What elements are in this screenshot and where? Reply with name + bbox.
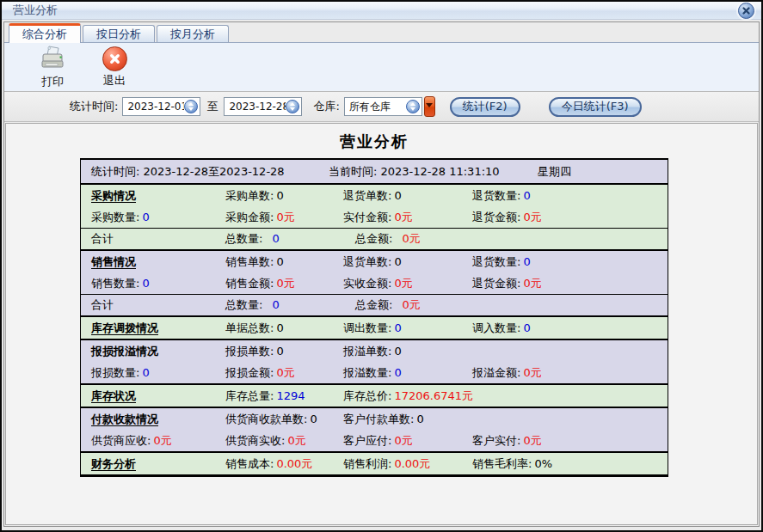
cell-label: 采购金额: xyxy=(225,211,274,223)
cell-label: 客户付款单数: xyxy=(343,413,414,425)
content-area: 营业分析 统计时间: 2023-12-28至2023-12-28当前时间: 20… xyxy=(5,123,758,525)
report-cell: 报损报溢情况 xyxy=(91,344,225,359)
report-cell: 单据总数:0 xyxy=(225,321,343,336)
report-row: 财务分析销售成本:0.00元销售利润:0.00元销售毛利率:0% xyxy=(81,453,668,474)
cell-label: 报损单数: xyxy=(225,345,274,358)
tab-comprehensive[interactable]: 综合分析 xyxy=(9,23,81,43)
chevron-down-icon xyxy=(426,103,433,107)
report-row: 供货商应收:0元供货商实收:0元客户应付:0元客户实付:0元 xyxy=(81,430,668,451)
section-heading: 销售情况 xyxy=(91,255,136,268)
tab-daily[interactable]: 按日分析 xyxy=(83,25,155,42)
warehouse-value: 所有仓库 xyxy=(349,100,406,114)
report-info-current-time: 当前时间: 2023-12-28 11:31:10 xyxy=(329,164,538,180)
date-to-spinner-icon[interactable] xyxy=(286,100,299,113)
report-row: 库存调拨情况单据总数:0调出数量:0调入数量:0 xyxy=(81,317,668,339)
section-payment-receipt: 付款收款情况供货商收款单数:0客户付款单数:0供货商应收:0元供货商实收:0元客… xyxy=(81,408,668,453)
report-cell: 实收金额:0元 xyxy=(343,276,472,291)
warehouse-select[interactable]: 所有仓库 xyxy=(344,97,422,116)
report-title: 营业分析 xyxy=(80,131,668,152)
report-row: 合计总数量:0总金额:0元 xyxy=(81,294,668,315)
report-cell: 退货数量:0 xyxy=(472,254,668,270)
report-cell: 报溢金额:0元 xyxy=(472,365,668,381)
cell-label: 报溢金额: xyxy=(472,366,520,379)
date-to-picker[interactable]: 2023-12-28 xyxy=(224,97,302,116)
report-cell: 报损数量:0 xyxy=(91,365,225,381)
cell-value: 0元 xyxy=(523,366,541,379)
report-cell: 库存总量:1294 xyxy=(225,388,343,404)
report-table: 统计时间: 2023-12-28至2023-12-28当前时间: 2023-12… xyxy=(80,158,668,477)
exit-button[interactable]: 退出 xyxy=(90,45,138,89)
cell-label: 客户实付: xyxy=(472,434,520,447)
printer-icon xyxy=(39,45,66,72)
report-cell: 采购情况 xyxy=(91,188,225,204)
warehouse-spinner-icon[interactable] xyxy=(406,100,420,113)
cell-label: 退货单数: xyxy=(343,255,391,268)
cell-value: 17206.6741元 xyxy=(394,389,473,402)
cell-label: 调入数量: xyxy=(472,321,520,334)
report-cell: 总数量:0 xyxy=(225,297,343,313)
cell-value: 0 xyxy=(276,189,283,202)
report-info-weekday: 星期四 xyxy=(538,164,668,180)
report-cell: 供货商收款单数:0 xyxy=(225,412,343,427)
cell-value: 0 xyxy=(523,255,530,268)
print-button[interactable]: 打印 xyxy=(28,45,77,89)
cell-value: 0元 xyxy=(523,277,541,290)
cell-label: 总数量: xyxy=(225,232,262,245)
report-cell: 报损金额:0元 xyxy=(225,365,343,381)
report-cell: 采购金额:0元 xyxy=(225,210,343,225)
tab-strip: 综合分析按日分析按月分析 xyxy=(4,22,759,42)
report-cell: 付款收款情况 xyxy=(91,412,225,427)
date-from-picker[interactable]: 2023-12-01 xyxy=(122,97,200,116)
report-cell: 退货金额:0元 xyxy=(472,210,668,225)
cell-label: 销售毛利率: xyxy=(472,457,532,470)
report-cell: 退货金额:0元 xyxy=(472,276,668,291)
report-cell: 报溢数量:0 xyxy=(343,365,472,381)
cell-label: 退货金额: xyxy=(472,211,520,223)
cell-label: 供货商实收: xyxy=(225,434,285,447)
cell-value: 0 xyxy=(276,321,283,334)
report-cell: 退货单数:0 xyxy=(343,254,472,270)
cell-label: 合计 xyxy=(91,232,114,245)
cell-value: 0 xyxy=(394,189,401,202)
date-from-spinner-icon[interactable] xyxy=(184,100,198,113)
report-cell: 合计 xyxy=(91,231,225,247)
close-button[interactable] xyxy=(738,3,754,19)
warehouse-label: 仓库: xyxy=(313,99,339,114)
statistics-button[interactable]: 统计(F2) xyxy=(450,97,520,117)
filter-bar: 统计时间: 2023-12-01 至 2023-12-28 仓库: 所有仓库 xyxy=(4,92,759,122)
report-cell: 销售毛利率:0% xyxy=(472,456,668,472)
cell-value: 0 xyxy=(394,255,401,268)
section-inventory-status: 库存状况库存总量:1294库存总价:17206.6741元 xyxy=(81,385,668,408)
cell-label: 总金额: xyxy=(355,298,392,311)
window-title: 营业分析 xyxy=(13,3,58,18)
report-cell: 采购单数:0 xyxy=(225,188,343,204)
section-sales: 销售情况销售单数:0退货单数:0退货数量:0销售数量:0销售金额:0元实收金额:… xyxy=(81,251,668,317)
cell-label: 销售成本: xyxy=(225,457,274,470)
cell-value: 0元 xyxy=(276,211,294,223)
tab-monthly[interactable]: 按月分析 xyxy=(157,25,229,42)
cell-label: 库存总量: xyxy=(225,389,274,402)
cell-label: 实收金额: xyxy=(343,277,391,290)
section-heading: 报损报溢情况 xyxy=(91,345,158,358)
report-cell: 销售金额:0元 xyxy=(225,276,343,291)
report-cell: 退货单数:0 xyxy=(343,188,472,204)
warehouse-dropdown-button[interactable] xyxy=(424,96,435,117)
cell-label: 采购数量: xyxy=(91,211,139,223)
report-cell: 采购数量:0 xyxy=(91,210,225,225)
section-stock-transfer: 库存调拨情况单据总数:0调出数量:0调入数量:0 xyxy=(81,317,668,340)
cell-label: 供货商收款单数: xyxy=(225,413,307,425)
cell-label: 报损数量: xyxy=(91,366,139,379)
report-info-period: 统计时间: 2023-12-28至2023-12-28 xyxy=(91,164,329,180)
report-info-section: 统计时间: 2023-12-28至2023-12-28当前时间: 2023-12… xyxy=(81,160,668,185)
cell-value: 0元 xyxy=(523,211,541,223)
cell-value: 0 xyxy=(272,232,279,245)
report-row: 报损报溢情况报损单数:0报溢单数:0 xyxy=(81,340,668,362)
today-statistics-button[interactable]: 今日统计(F3) xyxy=(549,97,642,117)
close-icon xyxy=(741,6,751,15)
report-cell: 财务分析 xyxy=(91,456,225,472)
cell-label: 调出数量: xyxy=(343,321,391,334)
main-frame: 综合分析按日分析按月分析 打印 xyxy=(3,21,760,527)
statistics-button-label: 统计(F2) xyxy=(463,99,508,114)
report-cell: 退货数量:0 xyxy=(472,188,668,204)
cell-label: 合计 xyxy=(91,298,114,311)
